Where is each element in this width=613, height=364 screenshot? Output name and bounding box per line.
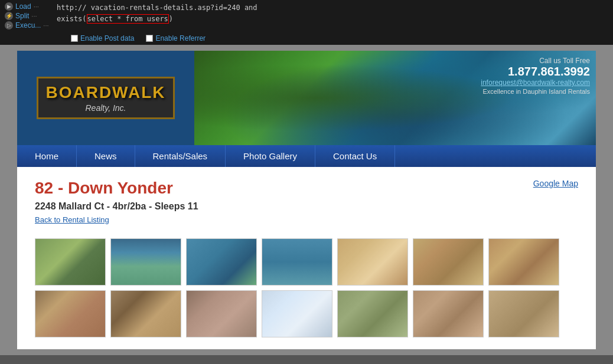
toll-free-label: Call us Toll Free (481, 57, 590, 65)
back-to-listing-link[interactable]: Back to Rental Listing (35, 215, 109, 224)
photo-thumb-14[interactable] (488, 290, 559, 337)
split-button[interactable]: ⚡ Split ··· (5, 12, 52, 20)
main-content: Google Map 82 - Down Yonder 2248 Mallard… (17, 167, 596, 349)
photo-thumb-2[interactable] (110, 238, 181, 286)
load-icon: ▶ (5, 2, 13, 11)
checkbox-row: Enable Post data Enable Referrer (0, 32, 613, 45)
photo-grid (35, 238, 578, 337)
nav-news[interactable]: News (77, 145, 135, 167)
photo-thumb-13[interactable] (413, 290, 484, 337)
photo-thumb-11[interactable] (262, 290, 332, 337)
toolbar: ▶ Load ··· ⚡ Split ··· ▷ Execu... ··· ht… (0, 0, 613, 32)
url-area: http:// vacation-rentals-details.asp?id=… (57, 2, 608, 25)
photo-thumb-1[interactable] (35, 238, 106, 286)
checkbox-box-1[interactable] (71, 35, 78, 42)
phone-number: 1.877.861.3992 (481, 65, 590, 78)
nav-rentals-sales[interactable]: Rentals/Sales (135, 145, 226, 167)
checkbox-box-2[interactable] (146, 35, 153, 42)
sql-injection-highlight: select * from users (87, 14, 169, 24)
enable-referrer-checkbox[interactable]: Enable Referrer (146, 34, 206, 42)
site-container: BOARDWALK Realty, Inc. Call us Toll Free… (17, 51, 596, 349)
photo-thumb-9[interactable] (110, 290, 181, 337)
photo-thumb-3[interactable] (186, 238, 257, 286)
load-button[interactable]: ▶ Load ··· (5, 2, 52, 11)
nav-contact-us[interactable]: Contact Us (315, 145, 395, 167)
email-link[interactable]: inforequest@boardwalk-realty.com (481, 78, 590, 87)
photo-thumb-6[interactable] (413, 238, 484, 286)
site-wrapper: BOARDWALK Realty, Inc. Call us Toll Free… (0, 45, 613, 355)
property-title: 82 - Down Yonder (35, 179, 578, 198)
toolbar-buttons: ▶ Load ··· ⚡ Split ··· ▷ Execu... ··· (5, 2, 52, 29)
logo-subtitle: Realty, Inc. (45, 103, 165, 113)
photo-thumb-4[interactable] (262, 238, 332, 286)
enable-post-data-checkbox[interactable]: Enable Post data (71, 34, 134, 42)
photo-thumb-12[interactable] (337, 290, 408, 337)
contact-info: Call us Toll Free 1.877.861.3992 inforeq… (481, 57, 590, 95)
photo-thumb-7[interactable] (488, 238, 559, 286)
aerial-photo: Call us Toll Free 1.877.861.3992 inforeq… (194, 51, 596, 145)
photo-thumb-10[interactable] (186, 290, 257, 337)
logo-title: BOARDWALK (45, 83, 165, 102)
nav-photo-gallery[interactable]: Photo Gallery (226, 145, 315, 167)
tagline: Excellence in Dauphin Island Rentals (481, 88, 590, 95)
property-details: 2248 Mallard Ct - 4br/2ba - Sleeps 11 (35, 201, 578, 212)
nav-home[interactable]: Home (17, 145, 77, 167)
logo-box: BOARDWALK Realty, Inc. (37, 77, 174, 119)
split-icon: ⚡ (5, 12, 13, 20)
exec-button[interactable]: ▷ Execu... ··· (5, 21, 52, 29)
logo-area: BOARDWALK Realty, Inc. (17, 51, 194, 145)
header-banner: BOARDWALK Realty, Inc. Call us Toll Free… (17, 51, 596, 145)
photo-thumb-5[interactable] (337, 238, 408, 286)
navigation: Home News Rentals/Sales Photo Gallery Co… (17, 145, 596, 167)
photo-thumb-8[interactable] (35, 290, 106, 337)
url-text: http:// vacation-rentals-details.asp?id=… (57, 2, 608, 25)
google-map-link[interactable]: Google Map (533, 179, 578, 188)
exec-icon: ▷ (5, 21, 13, 29)
